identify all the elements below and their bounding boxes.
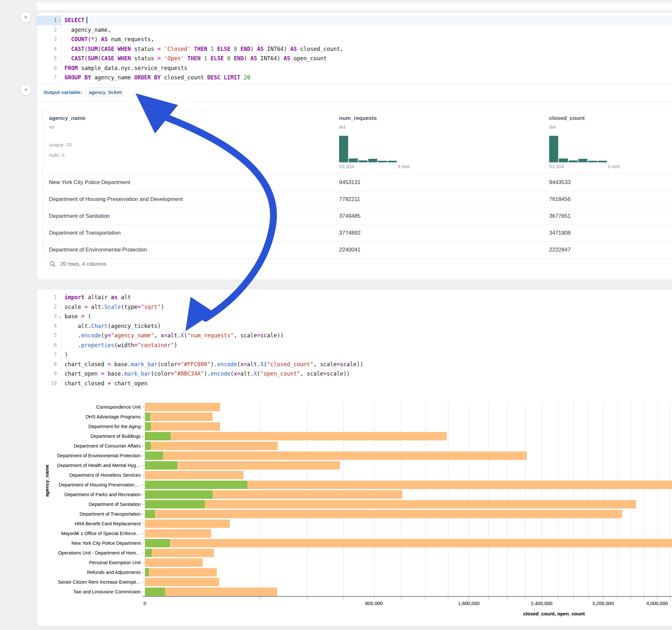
x-axis-tick-label: 2,400,000	[522, 601, 561, 606]
sql-code-editor[interactable]: 1∨SELECT2 agency_name,3 COUNT(*) AS num_…	[37, 16, 672, 83]
column-name: agency_name	[49, 115, 85, 122]
code-line[interactable]: 6 .properties(width="container")	[37, 341, 672, 350]
histogram-bar	[588, 161, 597, 162]
code-line[interactable]: 1∨SELECT	[37, 16, 672, 25]
add-cell-button[interactable]: +	[20, 84, 31, 96]
histogram-bar	[598, 161, 607, 162]
gridline	[589, 402, 589, 597]
column-header[interactable]: num_requestsi6453,3049.5e6	[339, 111, 414, 174]
open-count-bar	[145, 413, 150, 421]
y-tick	[142, 563, 144, 563]
y-tick	[142, 572, 144, 573]
open-count-bar	[145, 461, 177, 469]
closed-count-bar	[145, 500, 636, 508]
open-count-bar	[145, 549, 152, 557]
y-axis-label: Department for the Aging	[37, 421, 141, 431]
line-number: 4	[37, 321, 61, 331]
code-line[interactable]: 1import altair as alt	[37, 293, 672, 302]
y-tick	[142, 436, 144, 437]
gridline	[401, 402, 401, 597]
fold-chevron-icon[interactable]: ∨	[59, 312, 61, 322]
line-number: 1	[37, 293, 61, 302]
code-line[interactable]: 8chart_closed = base.mark_bar(color="#FF…	[37, 360, 672, 369]
table-row[interactable]: New York City Police Department945313194…	[43, 174, 672, 191]
closed-count-bar	[145, 539, 672, 547]
line-number: 9	[37, 369, 61, 379]
table-cell: 2240041	[339, 247, 360, 253]
table-row[interactable]: Department of Housing Preservation and D…	[43, 191, 672, 208]
table-row[interactable]: Department of Sanitation37494853677651	[43, 208, 672, 224]
code-line[interactable]: 7)	[37, 350, 672, 360]
y-axis-label: Department of Health and Mental Hyg…	[37, 461, 141, 470]
histogram-bar	[549, 136, 558, 162]
x-minor-tick	[589, 597, 589, 599]
open-count-bar	[145, 510, 155, 518]
column-name: closed_count	[549, 115, 585, 122]
code-line[interactable]: 2scale = alt.Scale(type="sqrt")	[37, 302, 672, 312]
table-cell: 3677651	[549, 213, 571, 219]
line-number: 7	[37, 73, 61, 83]
python-code-editor[interactable]: 1import altair as alt2scale = alt.Scale(…	[37, 293, 672, 388]
gridline	[469, 402, 469, 597]
code-text: COUNT(*) AS num_requests,	[65, 35, 154, 44]
histogram-bar	[569, 161, 578, 162]
x-minor-tick	[603, 597, 603, 599]
table-row[interactable]: Department of Transportation377489234719…	[43, 224, 672, 241]
x-minor-tick	[631, 597, 631, 599]
code-line[interactable]: 10chart_closed + chart_open	[37, 379, 672, 389]
column-header[interactable]: closed_counti6453,3049.4e6	[549, 111, 624, 174]
fold-chevron-icon[interactable]: ∨	[59, 16, 61, 26]
y-tick	[142, 417, 144, 417]
code-text: GROUP BY agency_name ORDER BY closed_cou…	[65, 73, 250, 83]
y-axis-label: Department of Buildings	[37, 431, 141, 441]
code-line[interactable]: 6FROM sample_data.nyc.service_requests	[37, 64, 672, 73]
code-line[interactable]: 5 CAST(SUM(CASE WHEN status = 'Open' THE…	[37, 54, 672, 64]
code-text: .properties(width="container")	[65, 341, 177, 350]
table-row[interactable]: Department of Environmental Protection22…	[43, 241, 672, 258]
code-line[interactable]: 4 CAST(SUM(CASE WHEN status = 'Closed' T…	[37, 44, 672, 54]
closed-count-bar	[145, 519, 230, 528]
gridline	[374, 402, 375, 597]
closed-count-bar	[145, 568, 217, 577]
y-tick	[142, 494, 144, 495]
add-cell-button[interactable]: +	[20, 12, 31, 23]
line-number: 6	[37, 341, 61, 350]
divider	[37, 84, 672, 84]
gutter-divider	[61, 13, 61, 84]
gridline	[488, 402, 489, 597]
code-line[interactable]: 4 alt.Chart(agency_tickets)	[37, 321, 672, 331]
code-line[interactable]: 3∨base = (	[37, 312, 672, 321]
divider	[37, 101, 672, 102]
code-line[interactable]: 2 agency_name,	[37, 25, 672, 35]
histogram-bar	[368, 159, 377, 162]
y-axis-label: Personal Exemption Unit	[37, 558, 141, 567]
code-line[interactable]: 5 .encode(y="agency_name", x=alt.X("num_…	[37, 331, 672, 341]
open-count-bar	[145, 587, 165, 596]
text-cursor	[87, 17, 87, 23]
code-line[interactable]: 3 COUNT(*) AS num_requests,	[37, 35, 672, 44]
search-icon[interactable]	[50, 261, 56, 267]
open-count-bar	[145, 442, 151, 450]
column-header[interactable]: agency_namestrunique: 20nulls: 0	[49, 111, 123, 174]
code-text: import altair as alt	[65, 293, 131, 302]
open-count-bar	[145, 432, 170, 440]
gridline	[307, 402, 307, 597]
chart-plot-area	[145, 402, 672, 597]
code-line[interactable]: 7GROUP BY agency_name ORDER BY closed_co…	[37, 73, 672, 83]
gridline	[573, 402, 574, 597]
gridline	[525, 402, 525, 597]
gridline	[631, 402, 631, 597]
code-line[interactable]: 9chart_open = base.mark_bar(color="#8BC3…	[37, 369, 672, 379]
y-tick	[142, 485, 144, 485]
closed-count-bar	[145, 558, 202, 567]
y-axis-label: Department of Parks and Recreation	[37, 490, 141, 500]
open-count-bar	[145, 539, 170, 547]
output-variable-pill[interactable]: agency_tickets	[86, 88, 122, 97]
y-axis-label: Department of Homeless Services	[37, 470, 141, 480]
code-text: SELECT	[65, 16, 87, 25]
column-stat: nulls: 0	[49, 152, 65, 158]
y-axis-label: Department of Transportation	[37, 509, 141, 519]
x-minor-tick	[374, 597, 375, 599]
open-count-bar	[145, 500, 205, 508]
histogram-bar	[559, 159, 568, 162]
